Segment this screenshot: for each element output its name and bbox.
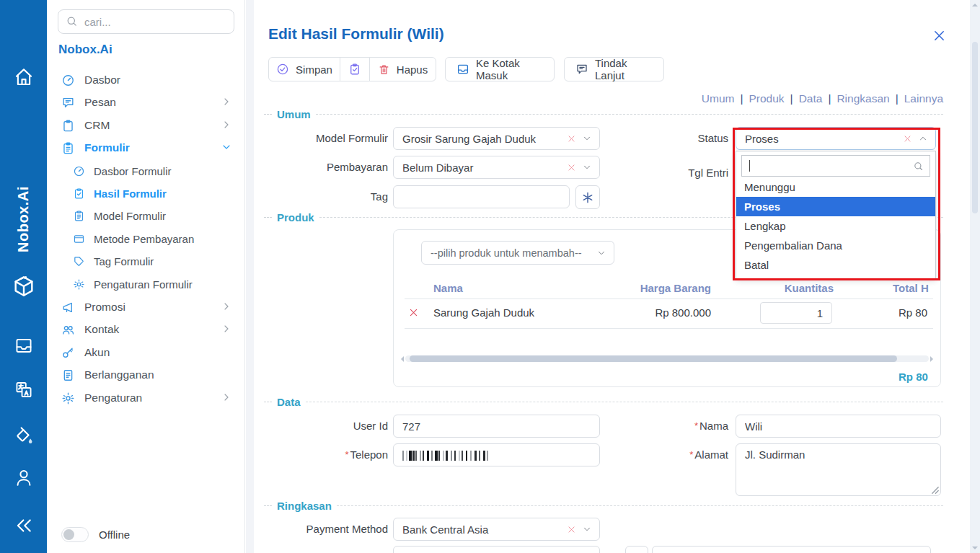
status-option-lengkap[interactable]: Lengkap: [736, 216, 935, 236]
user-id-input[interactable]: [393, 415, 600, 438]
chevron-right-icon[interactable]: [221, 323, 232, 335]
sidebar-item-metode-pembayaran[interactable]: Metode Pembayaran: [73, 230, 194, 247]
sidebar-item-formulir[interactable]: Formulir: [61, 139, 130, 156]
status-option-menunggu[interactable]: Menunggu: [736, 177, 935, 197]
quantity-input[interactable]: [760, 302, 832, 324]
clear-x-icon[interactable]: [903, 134, 912, 143]
telepon-input[interactable]: [393, 443, 600, 466]
model-formulir-select[interactable]: Grosir Sarung Gajah Duduk: [393, 127, 600, 150]
collapse-sidebar-icon[interactable]: [13, 515, 35, 536]
tab-ringkasan[interactable]: Ringkasan: [822, 92, 889, 105]
alamat-textarea[interactable]: Jl. Sudirman: [736, 443, 941, 496]
product-price-cell: Rp 800.000: [603, 306, 711, 319]
chevron-down-icon[interactable]: [582, 133, 592, 143]
sidebar-item-kontak[interactable]: Kontak: [61, 321, 119, 338]
inbox-rail-icon[interactable]: [14, 336, 33, 355]
clipboard-list-icon: [61, 141, 75, 155]
app-root: Nobox.Ai Nobox.Ai Dasbor: [0, 0, 980, 553]
tab-umum[interactable]: Umum: [702, 92, 735, 105]
status-dropdown-search[interactable]: [741, 155, 930, 177]
translate-icon[interactable]: [14, 380, 33, 399]
chevron-up-icon[interactable]: [918, 133, 928, 143]
chevron-down-icon[interactable]: [582, 162, 592, 172]
user-id-label: User Id: [260, 415, 388, 438]
search-icon: [66, 15, 78, 27]
clipped-bottom-small-box[interactable]: [625, 546, 648, 553]
chevron-right-icon[interactable]: [221, 301, 232, 312]
tag-input[interactable]: [393, 185, 570, 208]
clipped-bottom-input-left[interactable]: [393, 546, 600, 553]
col-header-harga-barang: Harga Barang: [624, 282, 711, 294]
payment-card-icon: [73, 233, 85, 245]
horizontal-scrollbar[interactable]: [399, 355, 935, 363]
tag-asterisk-button[interactable]: [575, 185, 600, 209]
chevron-right-icon[interactable]: [221, 391, 232, 403]
sidebar-item-tag-formulir[interactable]: Tag Formulir: [73, 252, 154, 270]
products-grand-total: Rp 80: [899, 371, 928, 383]
tab-data[interactable]: Data: [785, 92, 823, 105]
sidebar-item-hasil-formulir[interactable]: Hasil Formulir: [73, 185, 167, 202]
theme-paint-bucket-icon[interactable]: [13, 427, 34, 448]
scrollbar-thumb[interactable]: [972, 42, 978, 213]
clear-x-icon[interactable]: [567, 134, 576, 143]
sidebar-item-dasbor[interactable]: Dasbor: [61, 71, 120, 89]
search-input[interactable]: [58, 9, 234, 34]
to-inbox-button[interactable]: Ke Kotak Masuk: [445, 57, 555, 81]
chevron-down-icon[interactable]: [582, 524, 592, 534]
clipboard-check-icon: [73, 187, 85, 200]
save-button[interactable]: Simpan: [268, 57, 340, 81]
asterisk-icon: [581, 190, 595, 205]
pembayaran-select[interactable]: Belum Dibayar: [393, 156, 600, 179]
sidebar-item-pesan[interactable]: Pesan: [61, 94, 116, 111]
sidebar-item-pengaturan-formulir[interactable]: Pengaturan Formulir: [73, 275, 193, 293]
nama-input[interactable]: [736, 415, 941, 438]
product-picker-select[interactable]: --pilih produk untuk menambah--: [421, 241, 614, 265]
sidebar-item-akun[interactable]: Akun: [61, 344, 110, 361]
offline-toggle[interactable]: [61, 527, 89, 542]
chevron-right-icon[interactable]: [221, 96, 232, 107]
vertical-scrollbar[interactable]: [970, 0, 980, 553]
chevron-right-icon[interactable]: [221, 119, 232, 130]
inbox-icon: [456, 63, 469, 76]
nobox-cube-logo-icon[interactable]: [12, 274, 36, 298]
sidebar-item-dasbor-formulir[interactable]: Dasbor Formulir: [73, 162, 172, 180]
sidebar-item-crm[interactable]: CRM: [61, 117, 110, 134]
resize-handle-icon[interactable]: [932, 487, 939, 494]
follow-up-button[interactable]: Tindak Lanjut: [564, 57, 664, 81]
dashboard-gauge-icon: [61, 74, 75, 87]
sidebar-item-pengaturan[interactable]: Pengaturan: [61, 389, 142, 407]
sidebar-item-berlangganan[interactable]: Berlangganan: [61, 366, 154, 384]
chevron-down-icon[interactable]: [221, 141, 232, 153]
scroll-up-arrow[interactable]: [972, 4, 978, 6]
scroll-left-arrow[interactable]: [398, 356, 404, 362]
close-icon[interactable]: [932, 28, 947, 43]
status-option-proses[interactable]: Proses: [736, 197, 935, 216]
clear-x-icon[interactable]: [567, 525, 576, 534]
status-option-pengembalian-dana[interactable]: Pengembalian Dana: [736, 236, 935, 255]
status-option-batal[interactable]: Batal: [736, 255, 935, 275]
scroll-down-arrow[interactable]: [972, 547, 978, 549]
sidebar-item-promosi[interactable]: Promosi: [61, 298, 125, 316]
payment-method-select[interactable]: Bank Central Asia: [393, 518, 600, 541]
chevron-down-icon[interactable]: [596, 248, 606, 258]
col-header-nama: Nama: [433, 282, 463, 294]
clear-x-icon[interactable]: [567, 163, 576, 172]
scroll-right-arrow[interactable]: [930, 356, 936, 362]
profile-person-icon[interactable]: [13, 467, 34, 488]
gear-icon: [73, 278, 85, 291]
tab-lainnya[interactable]: Lainnya: [890, 92, 943, 105]
telepon-label: *Telepon: [260, 443, 388, 466]
scrollbar-thumb[interactable]: [410, 355, 897, 362]
sidebar-brand: Nobox.Ai: [58, 43, 112, 57]
delete-row-x-icon[interactable]: [408, 307, 419, 318]
megaphone-icon: [61, 301, 75, 314]
status-dropdown-panel: Menunggu Proses Lengkap Pengembalian Dan…: [736, 151, 936, 279]
section-header-umum: Umum: [264, 108, 943, 120]
status-select[interactable]: Proses: [736, 127, 936, 150]
sidebar-item-model-formulir[interactable]: Model Formulir: [73, 207, 166, 224]
save-clipboard-button[interactable]: [340, 57, 370, 81]
delete-button[interactable]: Hapus: [369, 57, 436, 81]
clipped-bottom-input-right[interactable]: [652, 546, 931, 553]
home-icon[interactable]: [13, 66, 35, 88]
tab-produk[interactable]: Produk: [734, 92, 784, 105]
